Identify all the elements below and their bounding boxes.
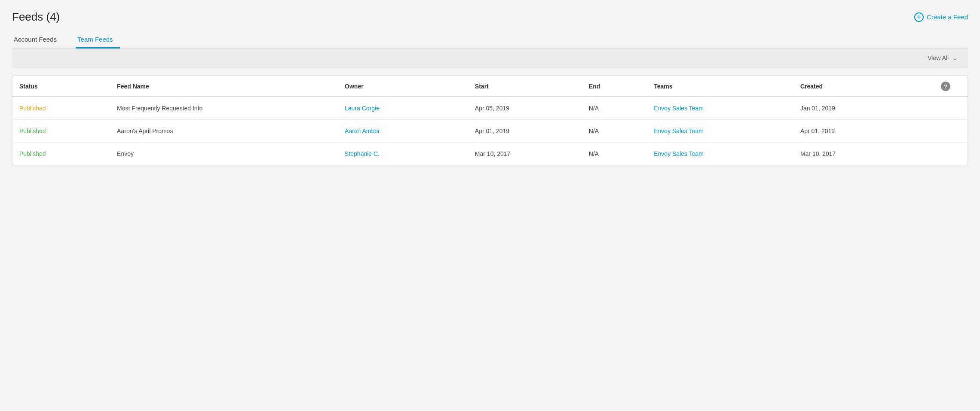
- col-header-status: Status: [12, 76, 110, 97]
- cell-owner-0: Laura Corgie: [338, 97, 468, 120]
- cell-start-0: Apr 05, 2019: [468, 97, 582, 120]
- view-all-link[interactable]: View All: [928, 55, 949, 61]
- cell-created-2: Mar 10, 2017: [793, 143, 924, 165]
- create-feed-label: Create a Feed: [927, 13, 968, 21]
- cell-start-1: Apr 01, 2019: [468, 120, 582, 143]
- cell-end-1: N/A: [582, 120, 647, 143]
- create-feed-button[interactable]: + Create a Feed: [914, 12, 968, 22]
- col-header-created: Created: [793, 76, 924, 97]
- team-link[interactable]: Envoy Sales Team: [654, 150, 704, 157]
- view-all-bar: View All ⌄: [12, 49, 968, 67]
- owner-link[interactable]: Stephanie C.: [345, 150, 380, 157]
- tab-team-feeds[interactable]: Team Feeds: [76, 31, 120, 49]
- cell-status-0: Published: [12, 97, 110, 120]
- cell-help-1: [924, 120, 968, 143]
- cell-help-2: [924, 143, 968, 165]
- status-badge: Published: [19, 128, 46, 134]
- table-header-row: Status Feed Name Owner Start End: [12, 76, 968, 97]
- chevron-down-icon: ⌄: [952, 54, 958, 62]
- col-header-start: Start: [468, 76, 582, 97]
- cell-owner-2: Stephanie C.: [338, 143, 468, 165]
- status-badge: Published: [19, 105, 46, 112]
- cell-feed-name-1: Aaron's April Promos: [110, 120, 338, 143]
- cell-teams-1: Envoy Sales Team: [647, 120, 793, 143]
- page-title: Feeds (4): [12, 10, 60, 24]
- content-area: View All ⌄ Status Feed Name Owner: [12, 49, 968, 165]
- page-header: Feeds (4) + Create a Feed: [12, 10, 968, 24]
- team-link[interactable]: Envoy Sales Team: [654, 128, 704, 134]
- cell-help-0: [924, 97, 968, 120]
- cell-start-2: Mar 10, 2017: [468, 143, 582, 165]
- col-header-feed-name: Feed Name: [110, 76, 338, 97]
- cell-owner-1: Aaron Ambor: [338, 120, 468, 143]
- col-header-end: End: [582, 76, 647, 97]
- cell-created-0: Jan 01, 2019: [793, 97, 924, 120]
- status-badge: Published: [19, 150, 46, 157]
- cell-status-2: Published: [12, 143, 110, 165]
- tab-account-feeds[interactable]: Account Feeds: [12, 31, 64, 49]
- cell-teams-0: Envoy Sales Team: [647, 97, 793, 120]
- cell-feed-name-0: Most Frequently Requested Info: [110, 97, 338, 120]
- owner-link[interactable]: Aaron Ambor: [345, 128, 380, 134]
- table-row: Published Envoy Stephanie C. Mar 10, 201…: [12, 143, 968, 165]
- col-header-help: ?: [924, 76, 968, 97]
- tabs-row: Account Feeds Team Feeds: [12, 31, 968, 49]
- page-container: Feeds (4) + Create a Feed Account Feeds …: [0, 0, 980, 411]
- cell-teams-2: Envoy Sales Team: [647, 143, 793, 165]
- help-icon[interactable]: ?: [941, 82, 950, 91]
- table-container: Status Feed Name Owner Start End: [12, 75, 968, 165]
- col-header-owner: Owner: [338, 76, 468, 97]
- table-row: Published Most Frequently Requested Info…: [12, 97, 968, 120]
- cell-end-0: N/A: [582, 97, 647, 120]
- cell-status-1: Published: [12, 120, 110, 143]
- plus-circle-icon: +: [914, 12, 924, 22]
- team-link[interactable]: Envoy Sales Team: [654, 105, 704, 112]
- cell-end-2: N/A: [582, 143, 647, 165]
- cell-created-1: Apr 01, 2019: [793, 120, 924, 143]
- col-header-teams: Teams: [647, 76, 793, 97]
- feeds-table: Status Feed Name Owner Start End: [12, 76, 968, 165]
- table-row: Published Aaron's April Promos Aaron Amb…: [12, 120, 968, 143]
- cell-feed-name-2: Envoy: [110, 143, 338, 165]
- owner-link[interactable]: Laura Corgie: [345, 105, 380, 112]
